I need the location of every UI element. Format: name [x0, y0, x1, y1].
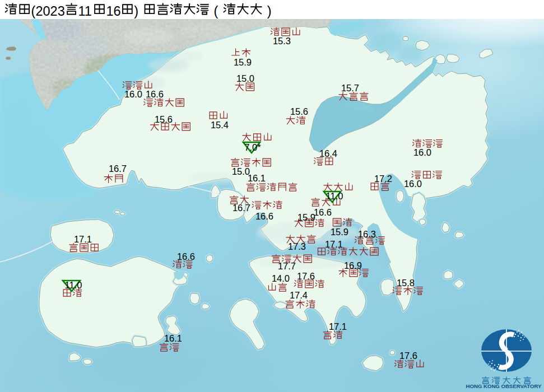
svg-text:16.6: 16.6 — [255, 211, 273, 221]
svg-text:15.9: 15.9 — [331, 227, 348, 237]
svg-text:16.6: 16.6 — [177, 251, 195, 262]
svg-text:15.6: 15.6 — [155, 114, 173, 124]
svg-text:15.8: 15.8 — [397, 278, 415, 288]
svg-text:17.4: 17.4 — [290, 290, 308, 300]
svg-text:15.9: 15.9 — [234, 57, 252, 67]
svg-text:15.3: 15.3 — [273, 36, 291, 46]
svg-text:15.7: 15.7 — [341, 83, 359, 93]
svg-text:17.7: 17.7 — [278, 261, 296, 271]
svg-text:): ) — [134, 4, 138, 18]
svg-text:15.0: 15.0 — [236, 73, 254, 83]
svg-text:16.4: 16.4 — [319, 148, 337, 158]
svg-text:(: ( — [214, 4, 218, 18]
svg-text:15.9: 15.9 — [297, 212, 315, 222]
svg-text:16.6: 16.6 — [314, 207, 332, 217]
svg-text:16.9: 16.9 — [344, 260, 362, 270]
svg-text:17.1: 17.1 — [74, 234, 92, 244]
svg-text:17.6: 17.6 — [297, 271, 315, 281]
svg-text:17.6: 17.6 — [399, 351, 417, 361]
svg-text:11: 11 — [78, 4, 92, 18]
svg-text:16: 16 — [106, 4, 120, 18]
svg-text:17.1: 17.1 — [325, 239, 343, 249]
svg-text:16.7: 16.7 — [109, 164, 127, 174]
svg-text:16.0: 16.0 — [124, 89, 142, 99]
svg-text:16.1: 16.1 — [164, 333, 182, 343]
svg-text:16.6: 16.6 — [146, 89, 164, 99]
svg-text:16.7: 16.7 — [233, 203, 250, 213]
svg-text:): ) — [267, 4, 272, 18]
svg-text:7.0*: 7.0* — [244, 142, 261, 152]
svg-text:16.3: 16.3 — [358, 229, 376, 239]
svg-text:17.2: 17.2 — [374, 174, 392, 184]
svg-text:16.0: 16.0 — [404, 179, 422, 189]
svg-text:17.1: 17.1 — [329, 321, 347, 332]
svg-text:14.0: 14.0 — [272, 273, 290, 283]
svg-text:(2023: (2023 — [31, 4, 65, 18]
svg-text:16.0: 16.0 — [413, 147, 431, 157]
svg-text:11.0: 11.0 — [326, 191, 343, 201]
svg-text:16.1: 16.1 — [248, 173, 266, 183]
svg-text:HONG KONG OBSERVATORY: HONG KONG OBSERVATORY — [466, 383, 542, 389]
svg-text:17.3: 17.3 — [288, 241, 306, 251]
svg-text:15.6: 15.6 — [290, 106, 308, 116]
svg-text:15.4: 15.4 — [211, 120, 229, 130]
svg-text:11.0: 11.0 — [65, 280, 82, 290]
